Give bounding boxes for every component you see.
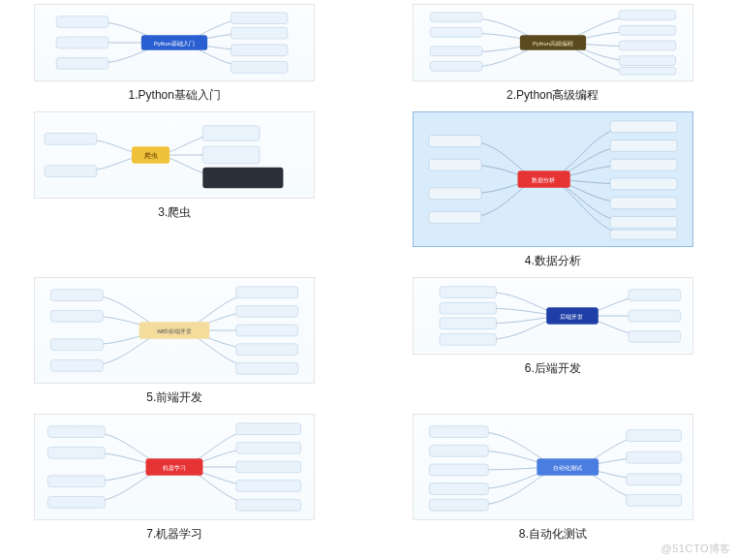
caption-backend: 6.后端开发	[525, 360, 581, 377]
svg-rect-43	[440, 334, 497, 346]
svg-rect-61	[626, 430, 681, 442]
center-node-label: 数据分析	[532, 176, 555, 183]
thumbnail-grid: Python基础入门 1.Python基础入门 Python高级编程 2.Pyt…	[0, 0, 737, 546]
svg-rect-53	[236, 461, 301, 473]
center-node-label: 爬虫	[144, 152, 158, 159]
svg-rect-5	[231, 45, 289, 56]
center-node-label: 后端开发	[560, 313, 583, 320]
center-node-label: Python高级编程	[533, 40, 573, 47]
svg-rect-8	[430, 27, 482, 37]
svg-rect-46	[629, 331, 681, 343]
cell-ml: 机器学习 7.机器学习	[19, 414, 330, 543]
caption-python-basics: 1.Python基础入门	[129, 87, 221, 104]
svg-rect-27	[610, 178, 677, 190]
svg-rect-23	[429, 212, 481, 224]
svg-rect-22	[429, 188, 481, 200]
svg-rect-16	[45, 134, 97, 145]
svg-rect-37	[236, 325, 298, 336]
svg-rect-42	[440, 318, 497, 329]
svg-rect-49	[48, 476, 106, 487]
cell-spider: 爬虫 3.爬虫	[19, 111, 330, 269]
svg-rect-25	[610, 140, 677, 152]
svg-rect-14	[619, 56, 676, 66]
cell-data-analysis: 数据分析 4.数据分析	[398, 111, 709, 269]
svg-rect-24	[610, 121, 677, 133]
svg-rect-1	[56, 37, 108, 48]
svg-rect-52	[236, 442, 301, 453]
svg-rect-6	[231, 62, 289, 74]
caption-autotest: 8.自动化测试	[519, 526, 587, 543]
center-node-label: 自动化测试	[552, 464, 581, 471]
caption-data-analysis: 4.数据分析	[525, 253, 581, 269]
svg-rect-32	[51, 310, 104, 322]
svg-rect-64	[626, 494, 681, 506]
svg-rect-20	[429, 136, 481, 147]
svg-rect-21	[429, 159, 481, 171]
svg-rect-33	[51, 339, 104, 351]
svg-rect-50	[48, 496, 106, 508]
svg-rect-40	[440, 287, 497, 298]
svg-rect-2	[56, 58, 108, 70]
svg-rect-62	[626, 451, 681, 463]
thumbnail-data-analysis[interactable]: 数据分析	[413, 111, 693, 247]
svg-rect-57	[429, 445, 488, 456]
center-node-label: 机器学习	[163, 464, 186, 471]
svg-rect-3	[231, 13, 289, 24]
thumbnail-python-basics[interactable]: Python基础入门	[34, 4, 315, 81]
svg-rect-39	[236, 362, 298, 374]
svg-rect-4	[231, 27, 289, 39]
svg-rect-17	[45, 166, 97, 177]
svg-rect-58	[429, 464, 488, 476]
thumbnail-spider[interactable]: 爬虫	[34, 111, 315, 199]
cell-python-advanced: Python高级编程 2.Python高级编程	[398, 4, 709, 104]
svg-rect-44	[629, 290, 681, 301]
thumbnail-ml[interactable]: 机器学习	[34, 414, 315, 520]
svg-rect-55	[236, 499, 301, 511]
svg-rect-54	[236, 481, 301, 492]
center-node-label: web前端开发	[156, 327, 192, 334]
watermark: @51CTO博客	[661, 542, 731, 556]
caption-frontend: 5.前端开发	[146, 389, 202, 406]
thumbnail-frontend[interactable]: web前端开发	[34, 277, 315, 384]
svg-rect-47	[48, 426, 106, 438]
svg-rect-36	[236, 305, 298, 317]
cell-frontend: web前端开发 5.前端开发	[19, 277, 330, 406]
svg-rect-41	[440, 302, 497, 314]
svg-rect-48	[48, 447, 106, 458]
cell-backend: 后端开发 6.后端开发	[398, 277, 709, 406]
caption-spider: 3.爬虫	[158, 204, 191, 221]
center-node-label: Python基础入门	[154, 40, 195, 47]
svg-rect-59	[429, 483, 488, 495]
svg-rect-45	[629, 310, 681, 322]
cell-autotest: 自动化测试 8.自动化测试	[398, 414, 709, 543]
svg-rect-19	[203, 146, 261, 164]
thumbnail-python-advanced[interactable]: Python高级编程	[413, 4, 693, 81]
svg-rect-30	[610, 230, 677, 239]
svg-rect-13	[619, 41, 676, 50]
svg-rect-34	[51, 359, 104, 371]
svg-rect-11	[619, 11, 676, 20]
svg-rect-29	[610, 216, 677, 228]
caption-python-advanced: 2.Python高级编程	[507, 87, 599, 104]
svg-rect-38	[236, 344, 298, 356]
svg-rect-12	[619, 25, 676, 35]
svg-rect-28	[610, 198, 677, 209]
thumbnail-autotest[interactable]: 自动化测试	[413, 414, 693, 520]
svg-rect-26	[610, 159, 677, 171]
svg-rect-7	[430, 13, 482, 22]
svg-rect-18	[203, 126, 261, 141]
svg-rect-51	[236, 423, 301, 435]
svg-rect-56	[429, 426, 488, 438]
svg-rect-60	[429, 499, 488, 511]
cell-python-basics: Python基础入门 1.Python基础入门	[19, 4, 330, 104]
caption-ml: 7.机器学习	[146, 526, 202, 543]
svg-rect-10	[430, 62, 482, 72]
svg-rect-31	[51, 290, 104, 301]
accent-block	[203, 168, 284, 189]
svg-rect-63	[626, 474, 681, 485]
thumbnail-backend[interactable]: 后端开发	[413, 277, 693, 355]
svg-rect-15	[619, 67, 676, 75]
svg-rect-0	[56, 16, 108, 28]
svg-rect-35	[236, 287, 298, 298]
svg-rect-9	[430, 47, 482, 56]
